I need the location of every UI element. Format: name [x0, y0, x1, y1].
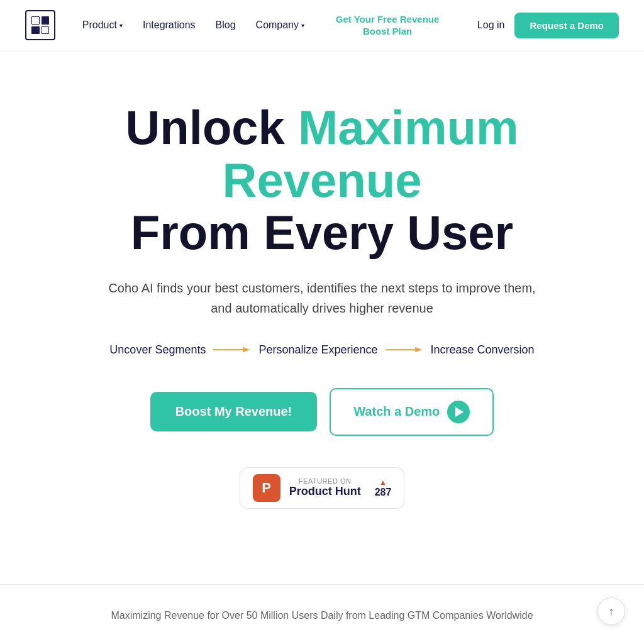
nav-integrations[interactable]: Integrations [143, 19, 196, 31]
navbar: Product ▾ Integrations Blog Company ▾ Ge… [0, 0, 644, 51]
chevron-down-icon: ▾ [119, 22, 123, 29]
step3-label: Increase Conversion [431, 343, 535, 357]
nav-cta-link[interactable]: Get Your Free Revenue Boost Plan [325, 13, 450, 38]
nav-blog[interactable]: Blog [216, 19, 236, 31]
nav-product[interactable]: Product ▾ [82, 19, 123, 31]
ph-featured-label: FEATURED ON [289, 477, 361, 485]
arrow1 [213, 345, 251, 355]
hero-section: Unlock Maximum Revenue From Every User C… [8, 51, 636, 584]
logo-sq-tl [31, 16, 40, 25]
logo-icon [25, 10, 55, 40]
login-button[interactable]: Log in [477, 19, 505, 31]
social-proof-text: Maximizing Revenue for Over 50 Million U… [25, 610, 619, 621]
product-hunt-icon: P [253, 474, 280, 502]
logo-link[interactable] [25, 10, 55, 40]
hero-subtitle: Coho AI finds your best customers, ident… [108, 278, 536, 318]
ph-number: 287 [375, 487, 392, 498]
svg-marker-3 [415, 347, 422, 353]
play-icon [447, 401, 470, 423]
product-hunt-badge[interactable]: P FEATURED ON Product Hunt ▲ 287 [240, 467, 405, 509]
arrow-up-icon: ↑ [609, 605, 614, 618]
nav-links: Product ▾ Integrations Blog Company ▾ Ge… [82, 13, 450, 38]
svg-marker-1 [243, 347, 250, 353]
ph-upvote-icon: ▲ [379, 478, 387, 487]
nav-actions: Log in Request a Demo [477, 13, 619, 38]
hero-title-part1: Unlock [125, 101, 298, 154]
hero-steps: Uncover Segments Personalize Experience … [33, 343, 611, 357]
request-demo-button[interactable]: Request a Demo [514, 13, 619, 38]
nav-company[interactable]: Company ▾ [256, 19, 304, 31]
step1-label: Uncover Segments [109, 343, 206, 357]
hero-title: Unlock Maximum Revenue From Every User [33, 101, 611, 259]
ph-vote-count: ▲ 287 [375, 478, 392, 498]
scroll-to-top-button[interactable]: ↑ [597, 597, 625, 625]
ph-name: Product Hunt [289, 485, 361, 498]
cta-buttons: Boost My Revenue! Watch a Demo [33, 388, 611, 436]
chevron-down-icon-company: ▾ [301, 22, 304, 29]
logos-section: Maximizing Revenue for Over 50 Million U… [0, 584, 644, 644]
boost-revenue-button[interactable]: Boost My Revenue! [150, 392, 318, 431]
logo-sq-tr [42, 16, 50, 25]
hero-title-part2: From Every User [131, 206, 513, 259]
logo-sq-bl [31, 26, 40, 35]
product-hunt-text: FEATURED ON Product Hunt [289, 477, 361, 498]
step2-label: Personalize Experience [258, 343, 377, 357]
arrow2 [386, 345, 423, 355]
watch-demo-button[interactable]: Watch a Demo [330, 388, 494, 436]
logo-sq-br [42, 26, 50, 35]
